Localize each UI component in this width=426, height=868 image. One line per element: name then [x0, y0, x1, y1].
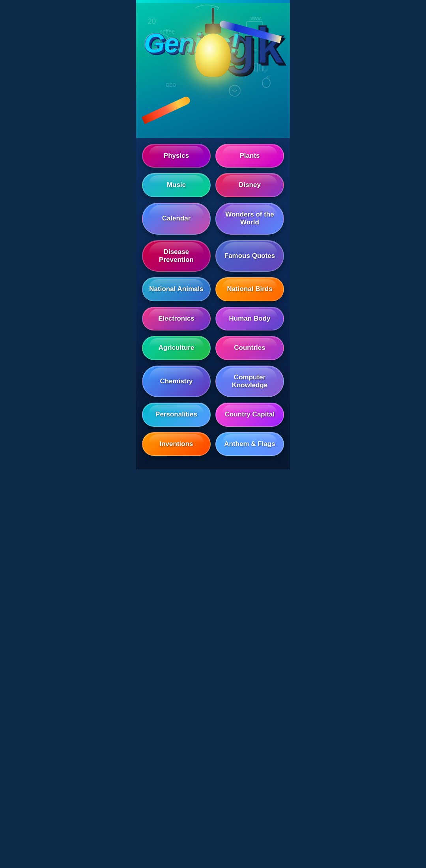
calendar-button[interactable]: Calendar — [142, 203, 211, 235]
lightbulb-icon — [195, 8, 231, 77]
btn-row-3: Calendar Wonders of the World — [142, 203, 284, 235]
disney-button[interactable]: Disney — [215, 173, 284, 197]
famous-quotes-button[interactable]: Famous Quotes — [215, 240, 284, 272]
music-button[interactable]: Music — [142, 173, 211, 197]
btn-row-2: Music Disney — [142, 173, 284, 197]
anthem-flags-button[interactable]: Anthem & Flags — [215, 432, 284, 456]
btn-row-7: Agriculture Countries — [142, 336, 284, 360]
agriculture-button[interactable]: Agriculture — [142, 336, 211, 360]
human-body-button[interactable]: Human Body — [215, 307, 284, 330]
pencil-red-icon — [142, 95, 191, 124]
header-section: 20 coffee www. e-mail GEO Gen — [136, 0, 290, 138]
btn-row-5: National Animals National Birds — [142, 277, 284, 301]
national-animals-button[interactable]: National Animals — [142, 277, 211, 301]
electronics-button[interactable]: Electronics — [142, 307, 211, 330]
personalities-button[interactable]: Personalities — [142, 403, 211, 426]
inventions-button[interactable]: Inventions — [142, 432, 211, 456]
top-bar — [136, 0, 290, 3]
logo-container: Genius! gk — [140, 8, 286, 126]
btn-row-6: Electronics Human Body — [142, 307, 284, 330]
computer-knowledge-button[interactable]: Computer Knowledge — [215, 366, 284, 398]
plants-button[interactable]: Plants — [215, 144, 284, 168]
country-capital-button[interactable]: Country Capital — [215, 403, 284, 426]
chemistry-button[interactable]: Chemistry — [142, 366, 211, 398]
btn-row-8: Chemistry Computer Knowledge — [142, 366, 284, 398]
btn-row-4: Disease Prevention Famous Quotes — [142, 240, 284, 272]
national-birds-button[interactable]: National Birds — [215, 277, 284, 301]
countries-button[interactable]: Countries — [215, 336, 284, 360]
btn-row-10: Inventions Anthem & Flags — [142, 432, 284, 456]
quiz-categories-section: Physics Plants Music Disney Calendar Won… — [136, 138, 290, 469]
disease-prevention-button[interactable]: Disease Prevention — [142, 240, 211, 272]
btn-row-1: Physics Plants — [142, 144, 284, 168]
physics-button[interactable]: Physics — [142, 144, 211, 168]
wonders-button[interactable]: Wonders of the World — [215, 203, 284, 235]
btn-row-9: Personalities Country Capital — [142, 403, 284, 426]
